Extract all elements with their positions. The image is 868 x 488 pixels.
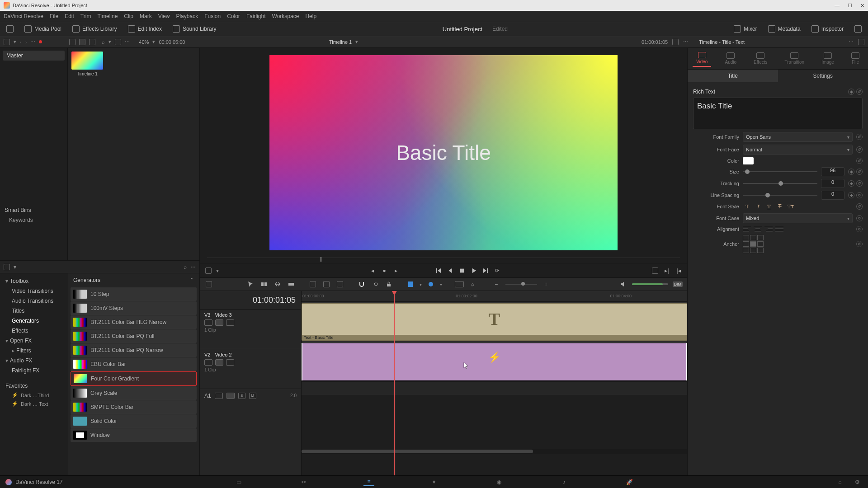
chevron-down-icon-3[interactable]: ▾ xyxy=(152,39,155,45)
menu-view[interactable]: View xyxy=(158,13,170,19)
snapping-icon[interactable] xyxy=(357,280,366,288)
generator-ebu-color-bar[interactable]: EBU Color Bar xyxy=(71,357,197,371)
more-icon-5[interactable]: ⋯ xyxy=(190,264,196,270)
position-lock-icon[interactable] xyxy=(384,280,393,288)
crop-icon[interactable] xyxy=(204,267,212,275)
playhead[interactable] xyxy=(394,291,395,475)
metadata-button[interactable]: Metadata xyxy=(765,23,803,34)
menu-fairlight[interactable]: Fairlight xyxy=(246,13,266,19)
menu-workspace[interactable]: Workspace xyxy=(272,13,299,19)
lock-track-icon[interactable] xyxy=(204,319,212,326)
menu-playback[interactable]: Playback xyxy=(176,13,198,19)
page-deliver-icon[interactable]: 🚀 xyxy=(624,478,635,486)
menu-clip[interactable]: Clip xyxy=(124,13,133,19)
page-fusion-icon[interactable]: ✦ xyxy=(429,478,439,486)
menu-help[interactable]: Help xyxy=(305,13,316,19)
generator-grey-scale[interactable]: Grey Scale xyxy=(71,386,197,400)
auto-select-icon[interactable] xyxy=(215,319,223,326)
page-edit-icon[interactable]: ≡ xyxy=(363,478,374,486)
expand-inspector-icon[interactable] xyxy=(858,39,864,45)
next-clip-icon[interactable]: ▸| xyxy=(663,267,671,275)
reset-icon[interactable]: ↺ xyxy=(856,169,863,175)
disable-track-icon-2[interactable] xyxy=(226,359,234,366)
keyframe-icon[interactable]: ◆ xyxy=(848,192,854,198)
sound-library-button[interactable]: Sound Library xyxy=(170,23,219,34)
style-italic-button[interactable]: T xyxy=(754,202,763,211)
generator-bt2111-hlg[interactable]: BT.2111 Color Bar HLG Narrow xyxy=(71,315,197,329)
go-start-icon[interactable] xyxy=(434,267,443,275)
favorite-dark-text[interactable]: ⚡Dark … Text xyxy=(2,399,66,408)
chevron-down-icon-6[interactable]: ▾ xyxy=(216,267,219,274)
mute-icon[interactable] xyxy=(618,280,627,288)
view-thumb-icon[interactable] xyxy=(69,39,75,45)
next-edit-icon[interactable]: ▸ xyxy=(392,267,400,275)
fx-cat-titles[interactable]: Titles xyxy=(2,306,66,316)
fx-cat-generators[interactable]: Generators xyxy=(2,316,66,326)
generator-10-step[interactable]: 10 Step xyxy=(71,287,197,301)
generator-solid-color[interactable]: Solid Color xyxy=(71,414,197,428)
view-grid-icon[interactable] xyxy=(79,39,85,45)
align-center-button[interactable] xyxy=(754,226,762,232)
align-right-button[interactable] xyxy=(764,226,773,232)
font-family-select[interactable]: Open Sans▾ xyxy=(743,132,853,142)
search-icon[interactable]: ⌕ xyxy=(102,39,105,45)
trim-tool-icon[interactable] xyxy=(259,280,269,288)
reset-icon[interactable]: ↺ xyxy=(856,215,863,221)
dim-badge[interactable]: DIM xyxy=(673,282,683,287)
keyframe-icon[interactable]: ◆ xyxy=(848,180,854,187)
viewer-scrub-bar[interactable] xyxy=(207,258,680,263)
inspector-tab-transition[interactable]: Transition xyxy=(781,51,808,66)
clip-text-basic-title[interactable]: T Text - Basic Title xyxy=(302,303,687,341)
menu-mark[interactable]: Mark xyxy=(140,13,152,19)
track-header-v2[interactable]: V2Video 2 1 Clip xyxy=(200,349,301,389)
page-media-icon[interactable]: ▭ xyxy=(233,478,244,486)
inspector-tab-video[interactable]: Video xyxy=(693,50,711,67)
prev-edit-icon[interactable]: ◂ xyxy=(368,267,377,275)
bin-options-icon[interactable] xyxy=(4,264,10,270)
generator-bt2111-pq-full[interactable]: BT.2111 Color Bar PQ Full xyxy=(71,329,197,343)
volume-slider[interactable] xyxy=(632,283,668,285)
reset-icon[interactable]: ↺ xyxy=(856,89,863,95)
zoom-out-icon[interactable]: − xyxy=(492,280,501,288)
inspector-subtab-settings[interactable]: Settings xyxy=(778,70,868,82)
a1-mute-icon[interactable]: M xyxy=(249,393,256,399)
line-spacing-field[interactable]: 0 xyxy=(821,191,844,200)
chevron-down-icon-2[interactable]: ▾ xyxy=(108,39,111,45)
more-icon-2[interactable]: ⋯ xyxy=(125,39,130,45)
chevron-down-icon[interactable]: ▾ xyxy=(14,39,16,45)
chevron-down-icon-4[interactable]: ▾ xyxy=(355,39,358,45)
sort-icon[interactable] xyxy=(115,39,121,45)
minimize-button[interactable]: — xyxy=(835,3,840,9)
reset-icon[interactable]: ↺ xyxy=(856,192,863,198)
generator-four-color-gradient[interactable]: Four Color Gradient xyxy=(71,371,197,386)
font-face-select[interactable]: Normal▾ xyxy=(743,145,853,155)
tracking-field[interactable]: 0 xyxy=(821,179,844,188)
reset-icon[interactable]: ↺ xyxy=(856,226,863,232)
prev-clip-icon[interactable]: |◂ xyxy=(675,267,683,275)
lock-track-icon-2[interactable] xyxy=(204,359,212,366)
linked-selection-icon[interactable] xyxy=(371,280,380,288)
line-spacing-slider[interactable] xyxy=(743,195,817,196)
play-around-icon[interactable]: ● xyxy=(380,267,388,275)
mixer-button[interactable]: Mixer xyxy=(731,23,760,34)
fx-cat-audiofx[interactable]: ▾Audio FX xyxy=(2,356,66,366)
menu-timeline[interactable]: Timeline xyxy=(97,13,118,19)
a1-lock-icon[interactable] xyxy=(215,393,223,399)
track-header-v3[interactable]: V3Video 3 1 Clip xyxy=(200,309,301,349)
search-timeline-icon[interactable]: ⌕ xyxy=(468,280,477,288)
home-icon[interactable]: ⌂ xyxy=(835,478,845,486)
anchor-grid[interactable] xyxy=(743,235,764,253)
inspector-tab-file[interactable]: File xyxy=(848,51,863,66)
fx-cat-effects[interactable]: Effects xyxy=(2,326,66,336)
zoom-slider[interactable] xyxy=(505,284,537,285)
menu-trim[interactable]: Trim xyxy=(80,13,91,19)
timeline-ruler[interactable]: 01:00:00:00 01:00:02:00 01:00:04:00 xyxy=(302,291,687,302)
maximize-button[interactable]: ☐ xyxy=(848,3,852,9)
bin-view-icon[interactable] xyxy=(4,39,10,45)
style-underline-button[interactable]: T xyxy=(764,202,774,211)
align-left-button[interactable] xyxy=(743,226,751,232)
auto-select-icon-2[interactable] xyxy=(215,359,223,366)
viewer-canvas[interactable]: Basic Title xyxy=(269,55,618,250)
loop-icon[interactable]: ⟳ xyxy=(493,267,501,275)
blade-tool-icon[interactable] xyxy=(287,280,296,288)
